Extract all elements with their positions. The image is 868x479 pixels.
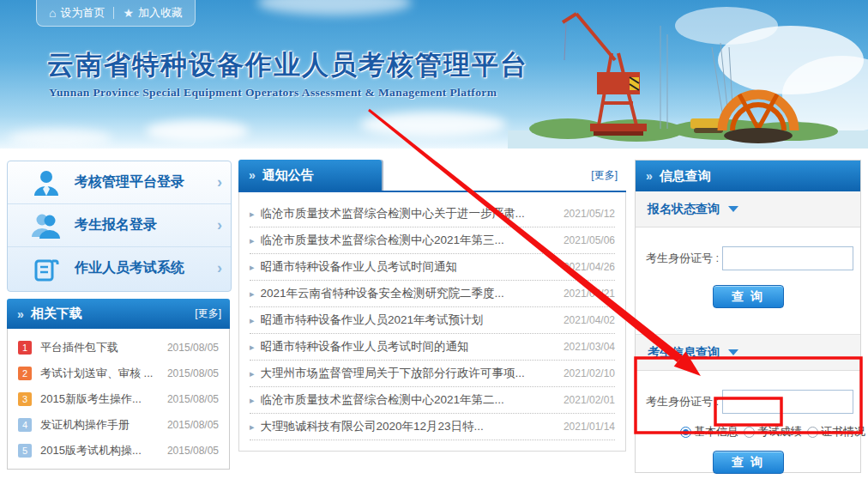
divider: [113, 7, 114, 19]
notice-date: 2021/05/06: [564, 234, 615, 246]
query-panel-header: » 信息查询: [636, 161, 860, 191]
double-arrow-icon: »: [249, 168, 256, 182]
registration-id-row: 考生身份证号 :: [636, 227, 860, 270]
notice-item[interactable]: ▸ 2021年云南省特种设备安全检测研究院二季度... 2021/04/21: [250, 281, 615, 307]
login-item-exam-system[interactable]: 作业人员考试系统 ›: [8, 247, 231, 289]
radio-option[interactable]: 基本信息: [680, 424, 738, 440]
download-item[interactable]: 3 2015新版考生操作... 2015/08/05: [8, 386, 229, 412]
download-item[interactable]: 2 考试计划送审、审核 ... 2015/08/05: [8, 361, 229, 386]
notice-item[interactable]: ▸ 临沧市质量技术监督综合检测中心关于进一步严肃... 2021/05/12: [250, 201, 615, 227]
radio-circle-icon[interactable]: [744, 427, 755, 438]
notice-item[interactable]: ▸ 临沧市质量技术监督综合检测中心2021年第二... 2021/02/01: [250, 387, 615, 414]
double-arrow-icon: »: [17, 307, 24, 321]
quick-links-bar: ⌂ 设为首页 ★ 加入收藏: [36, 0, 196, 27]
notice-title[interactable]: 昭通市特种设备作业人员2021年考试预计划: [261, 312, 484, 328]
star-icon: ★: [123, 6, 134, 20]
notices-title: 通知公告: [262, 167, 314, 184]
cloud: [146, 120, 249, 142]
download-date: 2015/08/05: [167, 445, 219, 457]
notice-item[interactable]: ▸ 昭通市特种设备作业人员考试时间的通知 2021/03/04: [250, 334, 615, 361]
notice-date: 2021/04/21: [564, 288, 615, 300]
download-item[interactable]: 5 2015版考试机构操... 2015/08/05: [8, 438, 229, 464]
section-registration-status[interactable]: 报名状态查询: [636, 191, 860, 227]
notices-more-link[interactable]: [更多]: [591, 160, 618, 191]
bullet-icon: ▸: [250, 421, 255, 433]
notice-item[interactable]: ▸ 临沧市质量技术监督综合检测中心2021年第三... 2021/05/06: [250, 227, 615, 254]
notice-date: 2021/04/02: [564, 314, 615, 326]
notice-title[interactable]: 临沧市质量技术监督综合检测中心2021年第三...: [261, 233, 504, 248]
candidate-query-button[interactable]: 查 询: [713, 451, 784, 474]
bullet-icon: ▸: [250, 395, 255, 406]
notices-tab[interactable]: » 通知公告: [238, 160, 382, 191]
rank-badge: 2: [18, 367, 32, 380]
login-item-label: 考生报名登录: [75, 216, 157, 234]
notice-title[interactable]: 昭通市特种设备作业人员考试时间通知: [261, 259, 458, 275]
login-item-label: 考核管理平台登录: [75, 173, 184, 191]
notice-item[interactable]: ▸ 大理驰诚科技有限公司2020年12月23日特... 2021/01/14: [250, 414, 615, 440]
downloads-list: 1 平台插件包下载 2015/08/05 2 考试计划送审、审核 ... 201…: [7, 329, 230, 470]
notice-date: 2021/02/01: [564, 394, 615, 406]
download-title[interactable]: 发证机构操作手册: [40, 417, 130, 433]
download-title[interactable]: 2015版考试机构操...: [40, 443, 142, 458]
download-date: 2015/08/05: [167, 342, 219, 354]
site-subtitle: Yunnan Province Special Equipment Operat…: [49, 86, 497, 100]
cloud: [360, 112, 506, 137]
banner: ⌂ 设为首页 ★ 加入收藏 云南省特种设备作业人员考核管理平台 Yunnan P…: [0, 0, 868, 149]
notices-panel: » 通知公告 [更多] ▸ 临沧市质量技术监督综合检测中心关于进一步严肃... …: [238, 160, 626, 452]
info-query-panel: » 信息查询 报名状态查询 考生身份证号 : 查 询 考生信息查询 考生身份证号…: [635, 160, 861, 473]
chevron-down-icon: [728, 206, 738, 212]
notice-title[interactable]: 2021年云南省特种设备安全检测研究院二季度...: [261, 286, 504, 301]
add-favorite-link[interactable]: ★ 加入收藏: [123, 5, 183, 21]
login-item-assessment-platform[interactable]: 考核管理平台登录 ›: [8, 161, 231, 204]
radio-option-label: 证书情况: [821, 424, 865, 440]
radio-circle-icon[interactable]: [680, 427, 691, 438]
notice-item[interactable]: ▸ 昭通市特种设备作业人员2021年考试预计划 2021/04/02: [250, 307, 615, 334]
notice-title[interactable]: 临沧市质量技术监督综合检测中心2021年第二...: [261, 392, 504, 408]
notice-date: 2021/03/04: [564, 341, 615, 353]
notice-title[interactable]: 大理驰诚科技有限公司2020年12月23日特...: [261, 419, 484, 434]
download-title[interactable]: 平台插件包下载: [40, 340, 118, 355]
notice-title[interactable]: 大理州市场监督管理局关于下放部分行政许可事项...: [261, 366, 525, 381]
candidate-id-row: 考生身份证号 :: [636, 371, 860, 414]
notice-title[interactable]: 昭通市特种设备作业人员考试时间的通知: [261, 339, 469, 355]
download-title[interactable]: 考试计划送审、审核 ...: [40, 366, 153, 381]
notice-item[interactable]: ▸ 大理州市场监督管理局关于下放部分行政许可事项... 2021/02/10: [250, 361, 615, 387]
people-icon: [32, 211, 61, 240]
download-item[interactable]: 4 发证机构操作手册 2015/08/05: [8, 412, 229, 438]
rank-badge: 4: [18, 418, 32, 432]
section-candidate-info[interactable]: 考生信息查询: [636, 334, 860, 371]
download-date: 2015/08/05: [167, 419, 219, 431]
bullet-icon: ▸: [250, 262, 255, 273]
cloud: [257, 0, 412, 15]
id-number-label: 考生身份证号 :: [646, 251, 719, 266]
radio-circle-icon[interactable]: [807, 427, 818, 438]
site-title: 云南省特种设备作业人员考核管理平台: [47, 47, 528, 83]
rank-badge: 3: [18, 392, 32, 406]
rank-badge: 5: [18, 444, 32, 458]
set-home-label: 设为首页: [60, 5, 105, 21]
login-item-candidate-signup[interactable]: 考生报名登录 ›: [8, 204, 231, 247]
notice-item[interactable]: ▸ 昭通市特种设备作业人员考试时间通知 2021/04/26: [250, 254, 615, 281]
notice-title[interactable]: 临沧市质量技术监督综合检测中心关于进一步严肃...: [261, 206, 525, 221]
set-home-link[interactable]: ⌂ 设为首页: [49, 5, 105, 21]
rank-badge: 1: [18, 341, 32, 355]
downloads-panel: » 相关下载 [更多] 1 平台插件包下载 2015/08/05 2 考试计划送…: [7, 299, 230, 470]
login-panel: 考核管理平台登录 › 考生报名登录 › 作业人员考试系统 ›: [7, 161, 232, 292]
registration-query-button[interactable]: 查 询: [713, 285, 784, 308]
downloads-more-link[interactable]: [更多]: [195, 306, 221, 321]
download-item[interactable]: 1 平台插件包下载 2015/08/05: [8, 335, 229, 361]
notices-header-row: » 通知公告 [更多]: [238, 160, 626, 192]
bullet-icon: ▸: [250, 209, 255, 220]
registration-id-input[interactable]: [722, 246, 853, 270]
candidate-id-input[interactable]: [722, 390, 853, 414]
downloads-header: » 相关下载 [更多]: [7, 299, 230, 329]
booklet-icon: [32, 254, 61, 283]
notice-date: 2021/04/26: [564, 261, 615, 273]
bullet-icon: ▸: [250, 288, 255, 300]
download-title[interactable]: 2015新版考生操作...: [40, 391, 142, 407]
radio-option[interactable]: 考试成绩: [744, 424, 802, 440]
chevron-right-icon: ›: [217, 259, 222, 277]
bullet-icon: ▸: [250, 368, 255, 379]
radio-option[interactable]: 证书情况: [807, 424, 865, 440]
chevron-right-icon: ›: [217, 216, 222, 234]
